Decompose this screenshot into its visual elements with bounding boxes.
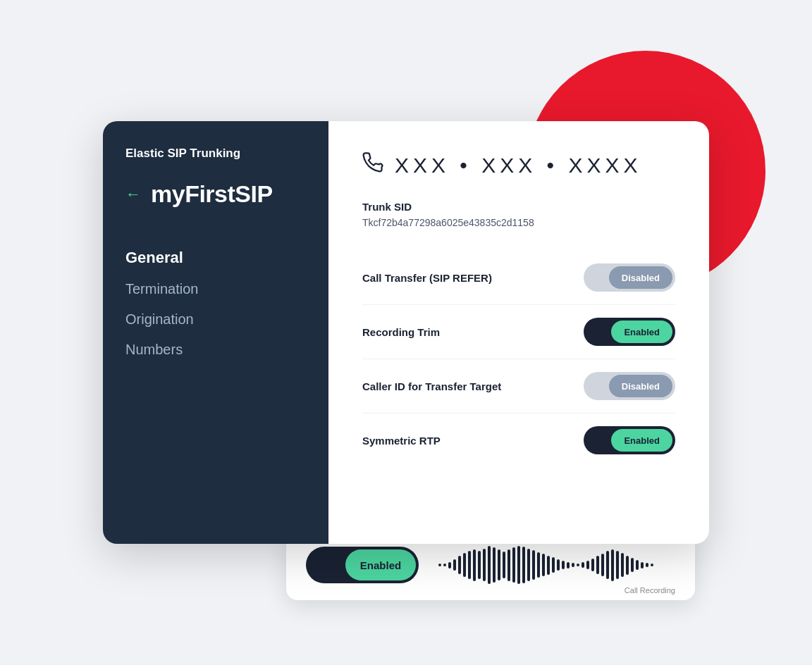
waveform-bar — [498, 549, 500, 580]
setting-row-caller-id: Caller ID for Transfer Target Disabled — [362, 359, 675, 414]
waveform-bar — [596, 556, 599, 573]
settings-list: Call Transfer (SIP REFER) Disabled Recor… — [362, 251, 675, 467]
waveform-bar — [463, 553, 466, 577]
waveform-bar — [616, 551, 619, 579]
waveform-bar — [508, 549, 510, 581]
waveform-bar — [646, 563, 648, 566]
waveform-bar — [557, 559, 560, 571]
waveform-bar — [522, 547, 525, 583]
waveform-bar — [493, 547, 496, 583]
waveform-bar — [586, 561, 589, 570]
waveform-bar — [567, 562, 570, 568]
setting-label-recording-trim: Recording Trim — [362, 326, 440, 338]
toggle-label-caller-id: Disabled — [609, 375, 672, 397]
waveform-bar — [552, 557, 555, 573]
setting-label-symmetric-rtp: Symmetric RTP — [362, 435, 441, 447]
waveform-bar — [488, 546, 491, 584]
waveform-bar — [606, 551, 609, 579]
call-recording-footer-label: Call Recording — [625, 586, 675, 595]
waveform-bar — [601, 554, 604, 576]
toggle-recording-trim[interactable]: Enabled — [584, 318, 675, 346]
toggle-call-transfer[interactable]: Disabled — [584, 263, 675, 292]
setting-label-caller-id: Caller ID for Transfer Target — [362, 380, 501, 392]
main-card: Elastic SIP Trunking ← myFirstSIP Genera… — [103, 121, 709, 544]
waveform-bar — [626, 556, 629, 575]
sidebar-item-general[interactable]: General — [125, 242, 306, 274]
phone-number-row: XXX • XXX • XXXX — [362, 152, 675, 178]
call-recording-toggle[interactable]: Enabled — [306, 547, 419, 583]
phone-icon — [362, 152, 383, 178]
waveform-bar — [443, 564, 446, 567]
sidebar-title: Elastic SIP Trunking — [125, 147, 306, 161]
waveform-bar — [582, 562, 584, 567]
waveform-bar — [473, 549, 476, 581]
waveform-bar — [572, 563, 574, 567]
waveform-bar — [453, 559, 456, 571]
waveform-bar — [621, 553, 624, 577]
setting-label-call-transfer: Call Transfer (SIP REFER) — [362, 272, 492, 284]
back-row[interactable]: ← myFirstSIP — [125, 180, 306, 208]
waveform-bar — [517, 546, 520, 584]
waveform-bar — [542, 554, 545, 576]
toggle-symmetric-rtp[interactable]: Enabled — [584, 426, 675, 454]
waveform-bar — [438, 564, 441, 566]
waveform-bar — [641, 562, 644, 568]
setting-row-symmetric-rtp: Symmetric RTP Enabled — [362, 414, 675, 467]
trunk-sid-value: Tkcf72b4a77298a6025e43835c2d1158 — [362, 217, 675, 228]
waveform-bar — [527, 549, 530, 582]
waveform-bar — [448, 562, 451, 568]
waveform-bar — [483, 549, 486, 582]
toggle-label-symmetric-rtp: Enabled — [611, 429, 672, 452]
waveform-bar — [562, 561, 565, 570]
waveform-bar — [651, 564, 653, 566]
waveform-bar — [478, 551, 481, 579]
waveform-visualization — [438, 546, 675, 584]
trunk-name: myFirstSIP — [151, 180, 273, 208]
sidebar: Elastic SIP Trunking ← myFirstSIP Genera… — [103, 121, 328, 544]
waveform-bar — [591, 559, 594, 571]
toggle-label-recording-trim: Enabled — [611, 321, 672, 343]
waveform-bar — [532, 550, 535, 579]
sidebar-item-origination[interactable]: Origination — [125, 304, 306, 335]
waveform-bar — [611, 549, 614, 581]
content-panel: XXX • XXX • XXXX Trunk SID Tkcf72b4a7729… — [328, 121, 709, 544]
toggle-label-call-transfer: Disabled — [609, 266, 672, 289]
waveform-bar — [631, 558, 634, 572]
waveform-bar — [468, 551, 471, 579]
waveform-bar — [512, 547, 515, 583]
call-recording-toggle-label: Enabled — [345, 549, 416, 580]
back-arrow-icon[interactable]: ← — [125, 185, 141, 204]
waveform-bar — [547, 556, 550, 575]
sidebar-item-termination[interactable]: Termination — [125, 274, 306, 304]
waveform-bar — [458, 556, 461, 573]
phone-number-display: XXX • XXX • XXXX — [395, 154, 641, 178]
setting-row-recording-trim: Recording Trim Enabled — [362, 305, 675, 359]
waveform-bar — [537, 552, 540, 578]
scene: Elastic SIP Trunking ← myFirstSIP Genera… — [103, 79, 709, 586]
toggle-caller-id[interactable]: Disabled — [584, 372, 675, 400]
setting-row-call-transfer: Call Transfer (SIP REFER) Disabled — [362, 251, 675, 305]
trunk-sid-label: Trunk SID — [362, 201, 675, 213]
sidebar-item-numbers[interactable]: Numbers — [125, 335, 306, 365]
waveform-bar — [503, 552, 505, 578]
waveform-bar — [636, 560, 639, 570]
trunk-sid-section: Trunk SID Tkcf72b4a77298a6025e43835c2d11… — [362, 201, 675, 228]
waveform-bar — [577, 564, 579, 566]
